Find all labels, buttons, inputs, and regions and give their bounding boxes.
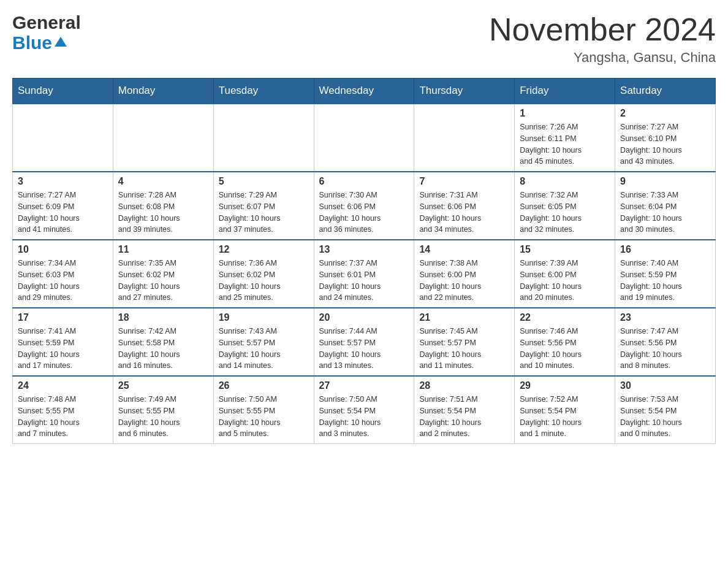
calendar-cell	[213, 104, 314, 172]
header-monday: Monday	[113, 79, 213, 104]
day-info: Sunrise: 7:50 AMSunset: 5:55 PMDaylight:…	[219, 394, 309, 440]
header-thursday: Thursday	[414, 79, 515, 104]
calendar-cell: 3Sunrise: 7:27 AMSunset: 6:09 PMDaylight…	[13, 172, 113, 240]
calendar-cell: 15Sunrise: 7:39 AMSunset: 6:00 PMDayligh…	[515, 240, 615, 308]
day-info: Sunrise: 7:49 AMSunset: 5:55 PMDaylight:…	[118, 394, 208, 440]
day-info: Sunrise: 7:43 AMSunset: 5:57 PMDaylight:…	[219, 326, 309, 372]
day-number: 27	[319, 380, 409, 391]
day-number: 15	[520, 244, 610, 255]
day-number: 16	[620, 244, 710, 255]
header-wednesday: Wednesday	[314, 79, 414, 104]
day-number: 12	[219, 244, 309, 255]
day-number: 17	[18, 312, 108, 323]
calendar-cell	[113, 104, 213, 172]
day-number: 11	[118, 244, 208, 255]
calendar-cell: 19Sunrise: 7:43 AMSunset: 5:57 PMDayligh…	[213, 308, 314, 376]
calendar-cell: 14Sunrise: 7:38 AMSunset: 6:00 PMDayligh…	[414, 240, 515, 308]
day-number: 1	[520, 108, 610, 119]
calendar-cell: 7Sunrise: 7:31 AMSunset: 6:06 PMDaylight…	[414, 172, 515, 240]
day-info: Sunrise: 7:52 AMSunset: 5:54 PMDaylight:…	[520, 394, 610, 440]
calendar-cell: 5Sunrise: 7:29 AMSunset: 6:07 PMDaylight…	[213, 172, 314, 240]
day-info: Sunrise: 7:33 AMSunset: 6:04 PMDaylight:…	[620, 190, 710, 236]
day-number: 3	[18, 176, 108, 187]
calendar-cell: 8Sunrise: 7:32 AMSunset: 6:05 PMDaylight…	[515, 172, 615, 240]
day-info: Sunrise: 7:41 AMSunset: 5:59 PMDaylight:…	[18, 326, 108, 372]
calendar-cell: 1Sunrise: 7:26 AMSunset: 6:11 PMDaylight…	[515, 104, 615, 172]
day-info: Sunrise: 7:46 AMSunset: 5:56 PMDaylight:…	[520, 326, 610, 372]
calendar-cell: 17Sunrise: 7:41 AMSunset: 5:59 PMDayligh…	[13, 308, 113, 376]
day-number: 9	[620, 176, 710, 187]
calendar-cell: 12Sunrise: 7:36 AMSunset: 6:02 PMDayligh…	[213, 240, 314, 308]
day-info: Sunrise: 7:50 AMSunset: 5:54 PMDaylight:…	[319, 394, 409, 440]
day-number: 24	[18, 380, 108, 391]
week-row-5: 24Sunrise: 7:48 AMSunset: 5:55 PMDayligh…	[13, 376, 716, 444]
day-info: Sunrise: 7:34 AMSunset: 6:03 PMDaylight:…	[18, 258, 108, 304]
day-info: Sunrise: 7:32 AMSunset: 6:05 PMDaylight:…	[520, 190, 610, 236]
day-number: 21	[419, 312, 509, 323]
day-number: 20	[319, 312, 409, 323]
day-info: Sunrise: 7:29 AMSunset: 6:07 PMDaylight:…	[219, 190, 309, 236]
title-section: November 2024 Yangsha, Gansu, China	[489, 12, 716, 66]
calendar-cell	[414, 104, 515, 172]
day-info: Sunrise: 7:38 AMSunset: 6:00 PMDaylight:…	[419, 258, 509, 304]
day-info: Sunrise: 7:40 AMSunset: 5:59 PMDaylight:…	[620, 258, 710, 304]
day-info: Sunrise: 7:45 AMSunset: 5:57 PMDaylight:…	[419, 326, 509, 372]
day-number: 8	[520, 176, 610, 187]
day-info: Sunrise: 7:39 AMSunset: 6:00 PMDaylight:…	[520, 258, 610, 304]
calendar-cell: 22Sunrise: 7:46 AMSunset: 5:56 PMDayligh…	[515, 308, 615, 376]
calendar-cell: 28Sunrise: 7:51 AMSunset: 5:54 PMDayligh…	[414, 376, 515, 444]
month-title: November 2024	[489, 12, 716, 47]
day-number: 7	[419, 176, 509, 187]
calendar-cell	[314, 104, 414, 172]
day-info: Sunrise: 7:53 AMSunset: 5:54 PMDaylight:…	[620, 394, 710, 440]
day-info: Sunrise: 7:36 AMSunset: 6:02 PMDaylight:…	[219, 258, 309, 304]
logo-general: General	[12, 12, 81, 33]
page-header: General Blue November 2024 Yangsha, Gans…	[12, 12, 716, 66]
day-number: 22	[520, 312, 610, 323]
day-info: Sunrise: 7:42 AMSunset: 5:58 PMDaylight:…	[118, 326, 208, 372]
day-info: Sunrise: 7:51 AMSunset: 5:54 PMDaylight:…	[419, 394, 509, 440]
week-row-1: 1Sunrise: 7:26 AMSunset: 6:11 PMDaylight…	[13, 104, 716, 172]
day-number: 5	[219, 176, 309, 187]
calendar-cell: 25Sunrise: 7:49 AMSunset: 5:55 PMDayligh…	[113, 376, 213, 444]
calendar-cell: 29Sunrise: 7:52 AMSunset: 5:54 PMDayligh…	[515, 376, 615, 444]
day-number: 18	[118, 312, 208, 323]
week-row-4: 17Sunrise: 7:41 AMSunset: 5:59 PMDayligh…	[13, 308, 716, 376]
header-tuesday: Tuesday	[213, 79, 314, 104]
day-info: Sunrise: 7:30 AMSunset: 6:06 PMDaylight:…	[319, 190, 409, 236]
day-info: Sunrise: 7:44 AMSunset: 5:57 PMDaylight:…	[319, 326, 409, 372]
logo-blue: Blue	[12, 33, 52, 53]
day-number: 26	[219, 380, 309, 391]
day-number: 4	[118, 176, 208, 187]
calendar-table: Sunday Monday Tuesday Wednesday Thursday…	[12, 78, 716, 444]
svg-marker-0	[55, 37, 67, 47]
day-info: Sunrise: 7:35 AMSunset: 6:02 PMDaylight:…	[118, 258, 208, 304]
day-info: Sunrise: 7:27 AMSunset: 6:09 PMDaylight:…	[18, 190, 108, 236]
day-number: 13	[319, 244, 409, 255]
header-saturday: Saturday	[615, 79, 716, 104]
day-info: Sunrise: 7:31 AMSunset: 6:06 PMDaylight:…	[419, 190, 509, 236]
week-row-3: 10Sunrise: 7:34 AMSunset: 6:03 PMDayligh…	[13, 240, 716, 308]
day-info: Sunrise: 7:37 AMSunset: 6:01 PMDaylight:…	[319, 258, 409, 304]
calendar-cell: 4Sunrise: 7:28 AMSunset: 6:08 PMDaylight…	[113, 172, 213, 240]
day-number: 23	[620, 312, 710, 323]
day-info: Sunrise: 7:26 AMSunset: 6:11 PMDaylight:…	[520, 121, 610, 167]
calendar-cell: 30Sunrise: 7:53 AMSunset: 5:54 PMDayligh…	[615, 376, 716, 444]
calendar-cell: 9Sunrise: 7:33 AMSunset: 6:04 PMDaylight…	[615, 172, 716, 240]
day-number: 10	[18, 244, 108, 255]
week-row-2: 3Sunrise: 7:27 AMSunset: 6:09 PMDaylight…	[13, 172, 716, 240]
header-friday: Friday	[515, 79, 615, 104]
calendar-cell: 21Sunrise: 7:45 AMSunset: 5:57 PMDayligh…	[414, 308, 515, 376]
calendar-cell: 2Sunrise: 7:27 AMSunset: 6:10 PMDaylight…	[615, 104, 716, 172]
calendar-cell: 10Sunrise: 7:34 AMSunset: 6:03 PMDayligh…	[13, 240, 113, 308]
day-number: 2	[620, 108, 710, 119]
calendar-cell: 18Sunrise: 7:42 AMSunset: 5:58 PMDayligh…	[113, 308, 213, 376]
calendar-cell: 13Sunrise: 7:37 AMSunset: 6:01 PMDayligh…	[314, 240, 414, 308]
day-number: 14	[419, 244, 509, 255]
calendar-cell: 16Sunrise: 7:40 AMSunset: 5:59 PMDayligh…	[615, 240, 716, 308]
day-info: Sunrise: 7:48 AMSunset: 5:55 PMDaylight:…	[18, 394, 108, 440]
day-number: 28	[419, 380, 509, 391]
day-info: Sunrise: 7:28 AMSunset: 6:08 PMDaylight:…	[118, 190, 208, 236]
day-info: Sunrise: 7:27 AMSunset: 6:10 PMDaylight:…	[620, 121, 710, 167]
calendar-cell: 23Sunrise: 7:47 AMSunset: 5:56 PMDayligh…	[615, 308, 716, 376]
